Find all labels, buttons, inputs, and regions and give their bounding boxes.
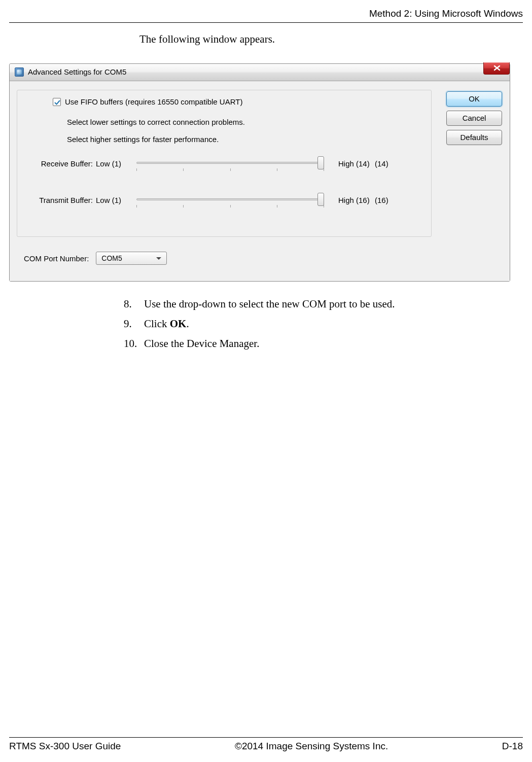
helper-text-2: Select higher settings for faster perfor…	[67, 135, 219, 144]
com-port-value: COM5	[101, 254, 122, 262]
helper-text-1: Select lower settings to correct connect…	[67, 118, 245, 126]
receive-buffer-row: Receive Buffer: Low (1) High (14) (14)	[27, 157, 400, 169]
transmit-high: High (16)	[329, 196, 375, 204]
transmit-buffer-row: Transmit Buffer: Low (1) High (16) (16)	[27, 194, 400, 206]
defaults-button[interactable]: Defaults	[446, 130, 502, 145]
receive-label: Receive Buffer:	[27, 159, 96, 168]
transmit-value: (16)	[375, 196, 400, 204]
slider-thumb[interactable]	[317, 156, 324, 169]
titlebar[interactable]: Advanced Settings for COM5	[10, 64, 510, 81]
fifo-groupbox: Use FIFO buffers (requires 16550 compati…	[17, 90, 432, 237]
step-9: 9. Click OK.	[124, 318, 395, 330]
transmit-label: Transmit Buffer:	[27, 196, 96, 204]
fifo-checkbox-row: Use FIFO buffers (requires 16550 compati…	[53, 97, 242, 106]
dialog-window: Advanced Settings for COM5 Use FIFO buff…	[9, 63, 510, 282]
com-port-row: COM Port Number: COM5	[24, 252, 167, 265]
slider-ticks	[136, 205, 324, 207]
step-text: Click OK.	[144, 318, 189, 330]
receive-low: Low (1)	[96, 159, 131, 168]
slider-ticks	[136, 168, 324, 171]
page-header: Method 2: Using Microsoft Windows	[9, 8, 523, 23]
window-body: Use FIFO buffers (requires 16550 compati…	[10, 81, 510, 281]
footer-center: ©2014 Image Sensing Systems Inc.	[235, 741, 388, 752]
instruction-steps: 8. Use the drop-down to select the new C…	[124, 298, 395, 357]
page-footer: RTMS Sx-300 User Guide ©2014 Image Sensi…	[9, 737, 523, 752]
footer-right: D-18	[502, 741, 523, 752]
transmit-slider[interactable]	[136, 194, 324, 206]
step-text: Use the drop-down to select the new COM …	[144, 298, 395, 310]
footer-left: RTMS Sx-300 User Guide	[9, 741, 121, 752]
section-title: Method 2: Using Microsoft Windows	[369, 8, 523, 19]
app-icon	[15, 67, 24, 77]
close-button[interactable]	[483, 62, 510, 75]
ok-button[interactable]: OK	[446, 91, 502, 107]
button-column: OK Cancel Defaults	[446, 91, 502, 145]
receive-high: High (14)	[329, 159, 375, 168]
step-num: 9.	[124, 318, 144, 330]
step-num: 10.	[124, 337, 144, 350]
fifo-checkbox[interactable]	[53, 98, 61, 106]
step-10: 10. Close the Device Manager.	[124, 337, 395, 350]
step-text: Close the Device Manager.	[144, 337, 259, 350]
com-port-dropdown[interactable]: COM5	[96, 252, 167, 265]
slider-track	[136, 162, 324, 164]
com-port-label: COM Port Number:	[24, 254, 89, 263]
receive-value: (14)	[375, 159, 400, 168]
fifo-label: Use FIFO buffers (requires 16550 compati…	[65, 97, 242, 106]
slider-track	[136, 198, 324, 200]
transmit-low: Low (1)	[96, 196, 131, 204]
slider-thumb[interactable]	[317, 193, 324, 206]
step-8: 8. Use the drop-down to select the new C…	[124, 298, 395, 310]
receive-slider[interactable]	[136, 157, 324, 169]
window-title: Advanced Settings for COM5	[28, 67, 126, 76]
step-num: 8.	[124, 298, 144, 310]
cancel-button[interactable]: Cancel	[446, 111, 502, 126]
check-icon	[53, 98, 61, 107]
intro-text: The following window appears.	[139, 33, 275, 46]
